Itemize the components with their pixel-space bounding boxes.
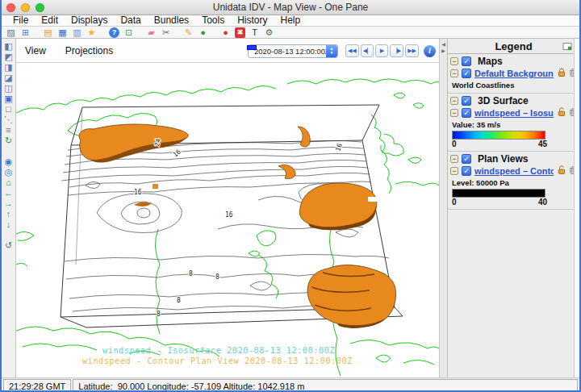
contour-plan-link[interactable]: windspeed – Contour Pl... <box>474 166 554 176</box>
status-bar: 21:29:28 GMT Latitude: 90.000 Longitude:… <box>2 377 579 392</box>
section-label: 3D Surface <box>474 95 529 106</box>
pan-up-icon[interactable]: ↑ <box>3 209 15 219</box>
globe-icon[interactable]: ● <box>198 27 208 38</box>
settings-gear-icon[interactable]: ⚙ <box>264 27 274 38</box>
isosurface-value-label: Value: 35 m/s <box>450 119 577 130</box>
go-to-first-frame-icon[interactable]: ◀◀ <box>345 44 359 57</box>
black-colorbar[interactable] <box>452 189 545 198</box>
menu-bundles[interactable]: Bundles <box>148 15 195 26</box>
cut-icon[interactable]: ✂ <box>161 27 171 38</box>
map-view-top-bar: View Projections 2020-08-13 12:00:00Z ▲▼… <box>16 39 439 63</box>
text-note-icon[interactable]: T <box>249 27 260 38</box>
isosurfaces <box>79 124 396 328</box>
collapse-icon[interactable]: − <box>450 57 458 65</box>
map-view-panel: View Projections 2020-08-13 12:00:00Z ▲▼… <box>16 39 439 377</box>
collapse-icon[interactable]: − <box>450 167 458 175</box>
colorbar-max: 40 <box>538 198 547 206</box>
view-right-icon[interactable]: ◪ <box>3 73 15 83</box>
view-left-icon[interactable]: ◨ <box>3 62 15 73</box>
menu-help[interactable]: Help <box>274 15 307 26</box>
menu-bar: FileEditDisplaysDataBundlesToolsHistoryH… <box>2 15 579 27</box>
collapse-icon[interactable]: − <box>450 69 458 77</box>
animation-buttons: ◀◀◀▏▶▕▶▶▶ <box>345 44 419 57</box>
map-3d-canvas[interactable]: 24161616168888 windspeed - Isosurface 20… <box>16 63 439 377</box>
step-back-icon[interactable]: ◀▏ <box>361 44 374 57</box>
vertical-scale-icon[interactable]: ≡ <box>3 125 15 136</box>
menu-view[interactable]: View <box>25 45 46 56</box>
drawing-pencil-icon[interactable]: ✎ <box>183 27 194 38</box>
isosurface-link[interactable]: windspeed – Isosurface <box>474 108 554 118</box>
legend-scrollbar[interactable] <box>574 39 579 377</box>
splitter-collapse-left-icon[interactable]: ◀ <box>441 42 445 47</box>
auto-rotate-icon[interactable]: ↻ <box>3 136 15 146</box>
view-bottom-icon[interactable]: ◩ <box>3 52 15 62</box>
contour-label: 16 <box>334 143 344 152</box>
view-back-icon[interactable]: ▣ <box>3 94 15 104</box>
pan-right-icon[interactable]: → <box>3 198 15 209</box>
home-view-icon[interactable]: ⌂ <box>3 177 15 188</box>
collapse-icon[interactable]: − <box>450 155 458 163</box>
undo-redo-view-icon[interactable]: ↺ <box>3 240 15 251</box>
menu-data[interactable]: Data <box>114 15 147 26</box>
collapse-icon[interactable]: − <box>450 97 458 105</box>
time-spinner[interactable]: ▲▼ <box>326 45 337 57</box>
isosurface-annotation: windspeed - Isosurface 2020-08-13 12:00:… <box>102 345 335 355</box>
open-bundle-folder-icon[interactable]: ▤ <box>43 27 53 38</box>
main-area: ◧◩◨◪◫▣□⋱≡↻◉◎⌂←→↑↓↺ View Projections 2020… <box>2 39 579 377</box>
step-forward-icon[interactable]: ▕▶ <box>390 44 403 57</box>
show-dashboard-icon[interactable]: ▨ <box>6 27 16 38</box>
go-to-last-frame-icon[interactable]: ▶▶ <box>405 44 419 57</box>
collapse-icon[interactable]: − <box>450 109 458 117</box>
cursor-position-readout: Latitude: 90.000 Longitude: -57.109 Alti… <box>73 379 578 392</box>
menu-projections[interactable]: Projections <box>65 45 113 56</box>
background-maps-link[interactable]: Default Background Maps <box>474 69 554 78</box>
time-value: 2020-08-13 12:00:00Z <box>254 47 330 56</box>
delete-display-icon[interactable]: ✖ <box>235 27 245 38</box>
menu-file[interactable]: File <box>6 15 35 26</box>
maps-checkbox[interactable]: ✓ <box>462 56 471 66</box>
lock-open-icon[interactable] <box>557 165 566 177</box>
section-label: Plan Views <box>474 153 528 165</box>
map-scene: 24161616168888 windspeed - Isosurface 20… <box>16 63 439 377</box>
float-legend-icon[interactable] <box>562 42 572 52</box>
lock-open-icon[interactable] <box>557 107 566 119</box>
menu-tools[interactable]: Tools <box>195 15 231 26</box>
background-maps-checkbox[interactable]: ✓ <box>462 69 471 78</box>
splitter-collapse-right-icon[interactable]: ▶ <box>441 48 445 53</box>
favorites-star-icon[interactable]: ★ <box>86 27 97 38</box>
play-icon[interactable]: ▶ <box>375 44 388 57</box>
copy-display-icon[interactable]: ▥ <box>72 27 82 38</box>
rainbow-colorbar[interactable] <box>452 131 545 140</box>
contour-label: 8 <box>157 311 161 318</box>
contour-plan-checkbox[interactable]: ✓ <box>462 166 471 176</box>
help-icon[interactable]: ? <box>109 27 119 38</box>
legend-splitter[interactable]: ◀ ▶ <box>439 39 447 377</box>
lock-closed-icon[interactable] <box>557 68 566 79</box>
export-window-icon[interactable]: ⊡ <box>123 27 134 38</box>
wireframe-box-icon[interactable]: □ <box>3 104 15 115</box>
record-movie-icon[interactable]: ● <box>220 27 231 38</box>
menu-edit[interactable]: Edit <box>35 15 65 26</box>
title-bar: Unidata IDV - Map View - One Pane <box>2 0 579 15</box>
zoom-globe-icon[interactable]: ◉ <box>3 156 15 167</box>
view-front-icon[interactable]: ◫ <box>3 83 15 94</box>
pan-left-icon[interactable]: ← <box>3 188 15 198</box>
plan-views-checkbox[interactable]: ✓ <box>462 154 471 164</box>
colorbar-min: 0 <box>452 140 457 148</box>
reset-projection-icon[interactable]: ◎ <box>3 167 15 177</box>
time-select-combo[interactable]: 2020-08-13 12:00:00Z ▲▼ <box>248 44 338 58</box>
pan-down-icon[interactable]: ↓ <box>3 219 15 230</box>
eraser-icon[interactable]: ▰ <box>146 27 157 38</box>
view-top-icon[interactable]: ◧ <box>3 41 15 52</box>
surface-checkbox[interactable]: ✓ <box>462 96 471 106</box>
menu-history[interactable]: History <box>231 15 274 26</box>
contour-level-label: Level: 50000 Pa <box>450 177 577 188</box>
timeline-indicator[interactable] <box>247 45 257 50</box>
save-bundle-icon[interactable]: ▦ <box>57 27 68 38</box>
isosurface-checkbox[interactable]: ✓ <box>462 108 471 118</box>
contour-plan-annotation: windspeed - Contour Plan View 2020-08-13… <box>82 356 353 365</box>
perspective-axes-icon[interactable]: ⋱ <box>3 115 15 125</box>
menu-displays[interactable]: Displays <box>65 15 114 26</box>
animation-properties-button[interactable]: i <box>424 45 436 57</box>
new-display-window-icon[interactable]: ⊞ <box>20 27 31 38</box>
